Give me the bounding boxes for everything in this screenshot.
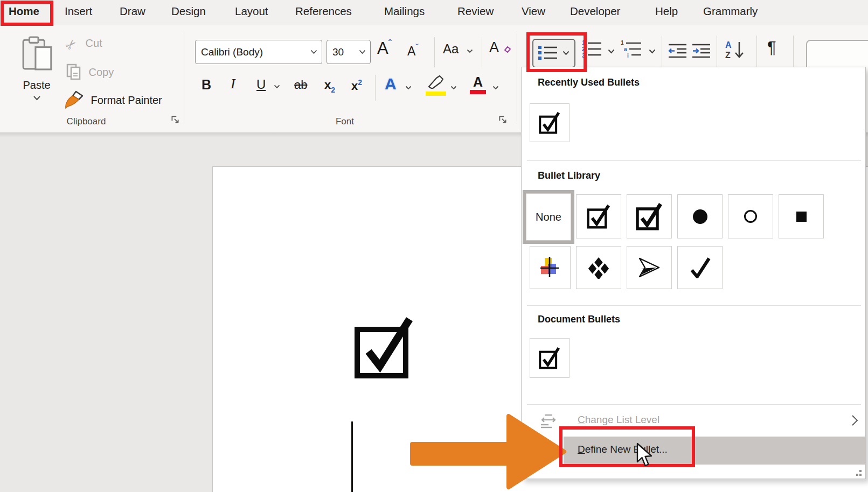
cut-label: Cut xyxy=(86,37,102,49)
bullet-option-colored-plus[interactable] xyxy=(530,246,571,289)
superscript-button[interactable]: x2 xyxy=(351,78,362,93)
superscript-x: x xyxy=(351,79,358,93)
show-paragraph-marks-button[interactable]: ¶ xyxy=(767,38,776,58)
grow-font-button[interactable]: Aˆ xyxy=(377,38,391,58)
filled-circle-icon xyxy=(693,209,707,224)
tab-view[interactable]: View xyxy=(522,5,545,18)
checked-checkbox-icon xyxy=(586,203,611,230)
tab-help[interactable]: Help xyxy=(655,5,678,18)
increase-indent-button[interactable] xyxy=(692,43,711,60)
highlighter-pen-icon xyxy=(426,75,445,89)
decrease-indent-icon xyxy=(668,43,688,58)
bullet-option-checkbox-document[interactable] xyxy=(530,338,570,378)
multilevel-list-button[interactable]: 1 a i xyxy=(621,40,644,60)
bullet-option-open-circle[interactable] xyxy=(728,194,773,238)
tab-layout[interactable]: Layout xyxy=(235,5,268,18)
tab-references[interactable]: References xyxy=(295,5,352,18)
shrink-font-button[interactable]: Aˇ xyxy=(407,43,418,59)
small-separator xyxy=(756,36,757,70)
checkmark-icon xyxy=(689,257,711,278)
subscript-button[interactable]: x2 xyxy=(324,78,335,94)
chevron-down-icon xyxy=(359,50,366,54)
bullet-option-four-diamonds[interactable] xyxy=(576,246,621,289)
strikethrough-label: ab xyxy=(294,78,307,92)
bullet-option-checkbox[interactable] xyxy=(576,194,621,238)
document-bullets-heading: Document Bullets xyxy=(538,314,620,325)
bullet-option-none-selected[interactable]: None xyxy=(523,190,574,244)
cut-button[interactable]: ✂ Cut xyxy=(66,37,102,52)
text-cursor xyxy=(351,421,353,492)
bullet-option-filled-circle[interactable] xyxy=(677,194,723,238)
clear-formatting-button[interactable]: A xyxy=(489,39,511,56)
clipboard-dialog-launcher-icon[interactable] xyxy=(170,115,180,124)
numbering-chevron-icon[interactable] xyxy=(608,49,615,54)
ribbon-tab-bar: Home Insert Draw Design Layout Reference… xyxy=(0,0,868,26)
font-color-button[interactable]: A xyxy=(470,75,486,94)
underline-options-chevron-icon[interactable] xyxy=(274,85,280,89)
tab-draw[interactable]: Draw xyxy=(120,5,145,18)
tab-review[interactable]: Review xyxy=(457,5,494,18)
text-effects-a: A xyxy=(385,75,397,93)
clear-formatting-a: A xyxy=(489,39,498,55)
bold-label: B xyxy=(202,77,211,92)
multilevel-list-icon: 1 a i xyxy=(621,40,644,58)
pilcrow-icon: ¶ xyxy=(767,38,776,57)
tab-grammarly[interactable]: Grammarly xyxy=(703,5,758,18)
tab-insert[interactable]: Insert xyxy=(65,5,92,18)
clipboard-group-label: Clipboard xyxy=(57,116,116,127)
bullet-option-checkbox-recent[interactable] xyxy=(530,103,570,142)
orange-arrow-annotation xyxy=(409,412,568,491)
text-effects-chevron-icon[interactable] xyxy=(405,86,412,90)
bullet-option-checkbox-large[interactable] xyxy=(627,194,672,238)
checked-checkbox-icon xyxy=(538,346,561,370)
font-name-combobox[interactable]: Calibri (Body) xyxy=(195,40,322,64)
bullet-option-filled-square[interactable] xyxy=(779,194,824,238)
checked-checkbox-icon xyxy=(538,110,561,135)
change-list-level-label: Change List Level xyxy=(578,414,659,426)
decrease-indent-button[interactable] xyxy=(668,43,688,60)
sort-button[interactable]: A Z xyxy=(725,40,749,62)
red-annotation-home-tab xyxy=(1,1,53,26)
highlight-yellow-bar xyxy=(426,92,446,96)
filled-square-icon xyxy=(796,212,807,222)
format-painter-button[interactable]: Format Painter xyxy=(65,90,162,109)
change-case-button[interactable]: Aa xyxy=(443,41,473,57)
small-separator xyxy=(434,37,435,67)
font-dialog-launcher-icon[interactable] xyxy=(498,115,508,124)
paste-clipboard-icon xyxy=(20,35,54,73)
increase-indent-icon xyxy=(692,43,711,58)
copy-button[interactable]: Copy xyxy=(66,63,114,80)
accel-letter: C xyxy=(578,414,585,425)
caret-down-icon: ˇ xyxy=(415,43,418,52)
arrowhead-bullet-icon xyxy=(638,257,660,278)
bold-button[interactable]: B xyxy=(202,77,211,93)
svg-text:i: i xyxy=(627,53,629,58)
tab-design[interactable]: Design xyxy=(171,5,206,18)
small-separator xyxy=(662,36,662,70)
multilevel-chevron-icon[interactable] xyxy=(649,49,656,54)
paste-button[interactable]: Paste xyxy=(16,34,57,104)
underline-button[interactable]: U xyxy=(256,77,266,92)
text-effects-button[interactable]: A xyxy=(385,75,397,93)
tab-developer[interactable]: Developer xyxy=(570,5,620,18)
bullet-option-checkmark[interactable] xyxy=(677,246,723,289)
sort-az-icon: A Z xyxy=(725,40,749,60)
strikethrough-button[interactable]: ab xyxy=(294,78,307,92)
scissors-icon: ✂ xyxy=(62,36,80,54)
highlight-color-button[interactable] xyxy=(426,75,446,96)
red-annotation-bullets-button xyxy=(526,32,587,72)
copy-icon xyxy=(66,63,82,80)
small-separator xyxy=(375,75,376,101)
chevron-down-icon xyxy=(467,49,473,53)
tab-mailings[interactable]: Mailings xyxy=(384,5,425,18)
bullet-library-heading: Bullet Library xyxy=(538,170,600,181)
small-separator xyxy=(717,36,717,70)
font-size-combobox[interactable]: 30 xyxy=(327,40,371,64)
font-color-chevron-icon[interactable] xyxy=(492,86,499,90)
highlight-chevron-icon[interactable] xyxy=(450,86,457,90)
sort-a-letter: A xyxy=(725,40,732,50)
italic-button[interactable]: I xyxy=(231,76,235,92)
bullet-option-arrowhead[interactable] xyxy=(627,246,672,289)
font-name-value: Calibri (Body) xyxy=(201,46,263,58)
format-painter-label: Format Painter xyxy=(91,94,162,106)
